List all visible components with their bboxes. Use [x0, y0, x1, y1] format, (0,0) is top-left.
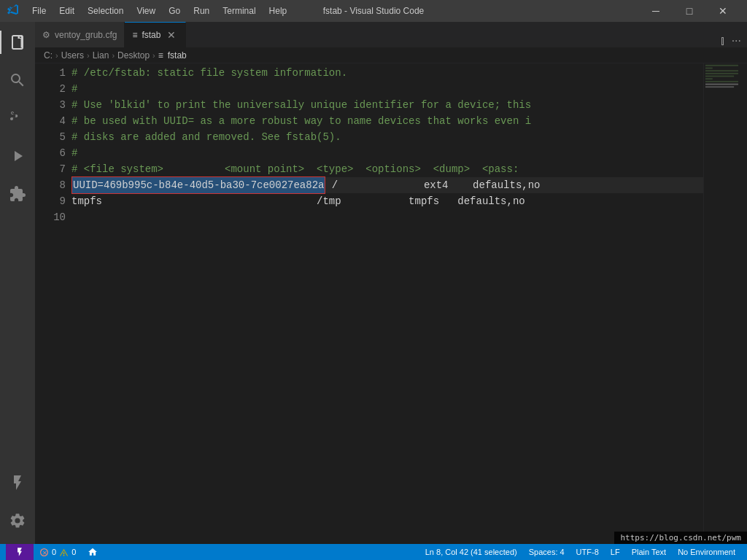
menu-run[interactable]: Run: [187, 4, 215, 18]
status-eol[interactable]: LF: [605, 544, 626, 560]
title-bar-left: File Edit Selection View Go Run Terminal…: [7, 4, 293, 18]
menu-selection[interactable]: Selection: [82, 4, 129, 18]
activity-bar: [0, 22, 35, 544]
menu-view[interactable]: View: [131, 4, 161, 18]
more-actions-icon[interactable]: ···: [732, 34, 741, 47]
code-line-5: # disks are added and removed. See fstab…: [71, 129, 703, 145]
title-bar: File Edit Selection View Go Run Terminal…: [0, 0, 747, 22]
breadcrumb-users[interactable]: Users: [61, 50, 84, 61]
minimize-button[interactable]: ─: [639, 0, 673, 22]
vertical-scrollbar[interactable]: [740, 63, 747, 544]
editor-content[interactable]: 1 2 3 4 5 6 7 8 9 10 # /etc/fstab: stati…: [35, 63, 747, 544]
svg-rect-5: [705, 78, 713, 79]
svg-rect-1: [705, 68, 713, 69]
status-cursor[interactable]: Ln 8, Col 42 (41 selected): [419, 544, 523, 560]
selection-highlight: UUID=469b995c-b84e-40d5-ba30-7ce0027ea82…: [71, 176, 325, 194]
activity-extensions[interactable]: [0, 176, 35, 211]
tab-ventoy-icon: ⚙: [42, 30, 50, 40]
tab-fstab-icon: ≡: [132, 30, 137, 40]
window-title: fstab - Visual Studio Code: [323, 6, 425, 16]
svg-rect-7: [705, 84, 738, 85]
menu-help[interactable]: Help: [263, 4, 293, 18]
maximize-button[interactable]: □: [673, 0, 706, 22]
menu-terminal[interactable]: Terminal: [217, 4, 261, 18]
tab-bar: ⚙ ventoy_grub.cfg ≡ fstab ✕ ⫿ ···: [35, 22, 747, 47]
activity-bar-bottom: [0, 465, 35, 544]
main-layout: ⚙ ventoy_grub.cfg ≡ fstab ✕ ⫿ ··· C: › U…: [0, 22, 747, 544]
tab-bar-actions: ⫿ ···: [720, 34, 747, 47]
error-count: 0: [52, 548, 56, 556]
tab-fstab-close[interactable]: ✕: [165, 28, 178, 42]
breadcrumb-fstab[interactable]: fstab: [168, 50, 187, 61]
status-home[interactable]: [82, 544, 104, 560]
window-controls: ─ □ ✕: [639, 0, 740, 22]
menu-go[interactable]: Go: [163, 4, 186, 18]
activity-search[interactable]: [0, 63, 35, 98]
activity-explorer[interactable]: [0, 25, 35, 60]
warning-icon: [59, 548, 69, 557]
activity-run[interactable]: [0, 139, 35, 174]
status-bar: ✕ 0 0 Ln 8, Col 42 (41 selected) Spaces:…: [0, 544, 747, 560]
split-editor-icon[interactable]: ⫿: [720, 34, 726, 47]
svg-rect-2: [705, 70, 738, 71]
home-icon: [88, 547, 98, 557]
code-line-6: #: [71, 145, 703, 161]
tab-ventoy[interactable]: ⚙ ventoy_grub.cfg: [35, 22, 125, 47]
minimap: [703, 63, 740, 544]
close-button[interactable]: ✕: [706, 0, 740, 22]
status-encoding[interactable]: UTF-8: [570, 544, 605, 560]
code-line-8: UUID=469b995c-b84e-40d5-ba30-7ce0027ea82…: [71, 177, 703, 193]
activity-settings[interactable]: [0, 503, 35, 538]
url-hint: https://blog.csdn.net/pwm: [614, 532, 747, 544]
svg-rect-8: [705, 86, 734, 88]
status-environment[interactable]: No Environment: [672, 544, 741, 560]
activity-source-control[interactable]: [0, 101, 35, 136]
code-line-1: # /etc/fstab: static file system informa…: [71, 65, 703, 81]
svg-text:✕: ✕: [42, 549, 47, 556]
title-bar-menu: File Edit Selection View Go Run Terminal…: [26, 4, 293, 18]
status-language[interactable]: Plain Text: [626, 544, 673, 560]
menu-file[interactable]: File: [26, 4, 52, 18]
tab-fstab[interactable]: ≡ fstab ✕: [125, 22, 186, 47]
editor-area: ⚙ ventoy_grub.cfg ≡ fstab ✕ ⫿ ··· C: › U…: [35, 22, 747, 544]
error-icon: ✕: [39, 548, 49, 557]
svg-rect-0: [705, 65, 738, 66]
menu-edit[interactable]: Edit: [53, 4, 80, 18]
status-branch[interactable]: [6, 544, 34, 560]
breadcrumb-desktop[interactable]: Desktop: [117, 50, 150, 61]
tab-ventoy-label: ventoy_grub.cfg: [55, 30, 117, 40]
code-line-9: tmpfs /tmp tmpfs defaults,no: [71, 193, 703, 209]
tab-fstab-label: fstab: [142, 30, 160, 40]
svg-rect-3: [705, 73, 738, 74]
breadcrumb: C: › Users › Lian › Desktop › ≡ fstab: [35, 47, 747, 63]
code-line-7: # <file system> <mount point> <type> <op…: [71, 161, 703, 177]
code-line-4: # be used with UUID= as a more robust wa…: [71, 113, 703, 129]
line-numbers: 1 2 3 4 5 6 7 8 9 10: [35, 63, 71, 544]
status-errors[interactable]: ✕ 0 0: [34, 544, 82, 560]
code-line-3: # Use 'blkid' to print the universally u…: [71, 97, 703, 113]
code-line-2: #: [71, 81, 703, 97]
activity-remote[interactable]: [0, 465, 35, 500]
remote-icon: [15, 547, 25, 557]
svg-rect-6: [705, 81, 738, 82]
code-line-10: [71, 209, 703, 225]
status-spaces[interactable]: Spaces: 4: [523, 544, 570, 560]
breadcrumb-c[interactable]: C:: [44, 50, 53, 61]
breadcrumb-lian[interactable]: Lian: [93, 50, 109, 61]
warning-count: 0: [71, 548, 76, 556]
vscode-logo: [7, 4, 19, 18]
code-editor[interactable]: # /etc/fstab: static file system informa…: [71, 63, 703, 544]
minimap-visual: [704, 63, 740, 544]
svg-rect-4: [705, 76, 734, 77]
